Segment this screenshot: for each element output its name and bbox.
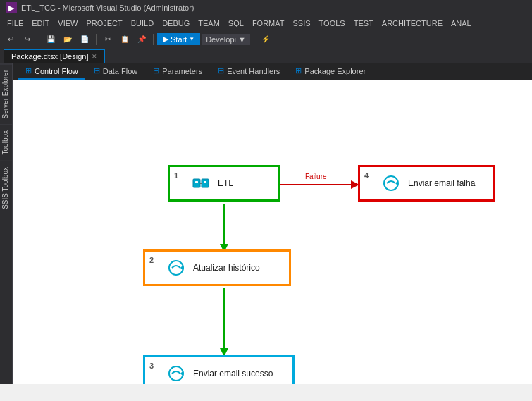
tab-close-button[interactable]: ✕ — [92, 53, 97, 60]
data-flow-label: Data Flow — [103, 67, 138, 75]
failure-label: Failure — [305, 173, 327, 180]
new-button[interactable]: 📄 — [77, 32, 92, 47]
copy-button[interactable]: 📋 — [117, 32, 132, 47]
toolbar-separator-2 — [96, 34, 97, 45]
tab-parameters[interactable]: ⊞ Parameters — [146, 64, 209, 80]
menu-item-sql[interactable]: SQL — [224, 18, 248, 29]
data-flow-icon: ⊞ — [94, 66, 100, 75]
tab-data-flow[interactable]: ⊞ Data Flow — [87, 64, 145, 80]
extra-button[interactable]: ⚡ — [258, 32, 273, 47]
atualizar-task-icon — [166, 258, 186, 278]
node-etl-number: 1 — [174, 171, 178, 180]
open-button[interactable]: 📂 — [60, 32, 75, 47]
package-explorer-label: Package Explorer — [304, 67, 366, 75]
node-atualizar[interactable]: 2 Atualizar histórico — [143, 249, 291, 286]
menu-item-ssis[interactable]: SSIS — [289, 18, 315, 29]
main-container: Server Explorer Toolbox SSIS Toolbox ⊞ C… — [0, 63, 532, 384]
svg-rect-3 — [204, 181, 206, 183]
svg-rect-2 — [195, 181, 198, 183]
menu-item-edit[interactable]: EDIT — [27, 18, 54, 29]
parameters-label: Parameters — [162, 67, 202, 75]
etl-task-icon — [191, 173, 211, 193]
design-canvas[interactable]: Failure 1 ETL 2 — [13, 80, 532, 384]
node-email-falha-label: Enviar email falha — [408, 178, 475, 188]
package-tab-label: Package.dtsx [Design] — [11, 52, 88, 61]
ssis-toolbox-label[interactable]: SSIS Toolbox — [0, 161, 12, 215]
cut-button[interactable]: ✂ — [100, 32, 116, 47]
menu-item-format[interactable]: FORMAT — [248, 18, 289, 29]
start-play-icon: ▶ — [163, 35, 168, 44]
svg-marker-7 — [180, 371, 183, 376]
package-explorer-icon: ⊞ — [295, 66, 302, 75]
menu-bar: FILEEDITVIEWPROJECTBUILDDEBUGTEAMSQLFORM… — [0, 16, 532, 30]
parameters-icon: ⊞ — [153, 66, 159, 75]
node-email-sucesso-number: 3 — [149, 362, 154, 370]
save-button[interactable]: 💾 — [43, 32, 58, 47]
menu-item-build[interactable]: BUILD — [127, 18, 158, 29]
node-atualizar-number: 2 — [149, 256, 154, 264]
side-labels-panel: Server Explorer Toolbox SSIS Toolbox — [0, 63, 13, 384]
develop-label: Developi — [206, 35, 236, 44]
control-flow-label: Control Flow — [35, 67, 78, 75]
menu-item-project[interactable]: PROJECT — [82, 18, 126, 29]
start-label: Start — [171, 35, 187, 44]
menu-item-tools[interactable]: TOOLS — [315, 18, 349, 29]
undo-button[interactable]: ↩ — [3, 32, 18, 47]
vs-icon: ▶ — [6, 2, 17, 13]
toolbar-separator-4 — [254, 34, 254, 45]
menu-item-debug[interactable]: DEBUG — [158, 18, 194, 29]
menu-item-view[interactable]: VIEW — [54, 18, 82, 29]
tab-bar: Package.dtsx [Design] ✕ — [0, 48, 532, 63]
start-button[interactable]: ▶ Start ▼ — [157, 33, 200, 45]
tab-control-flow[interactable]: ⊞ Control Flow — [18, 64, 85, 80]
svg-marker-9 — [395, 181, 397, 185]
node-email-falha-number: 4 — [364, 171, 369, 180]
editor-panel: ⊞ Control Flow ⊞ Data Flow ⊞ Parameters … — [13, 63, 532, 384]
node-etl[interactable]: 1 ETL — [168, 165, 280, 202]
develop-arrow-icon: ▼ — [238, 35, 246, 44]
node-atualizar-label: Atualizar histórico — [193, 263, 260, 273]
email-sucesso-task-icon — [166, 364, 186, 383]
menu-item-team[interactable]: TEAM — [194, 18, 224, 29]
start-arrow-icon: ▼ — [189, 36, 194, 42]
title-text: ETL_TCC - Microsoft Visual Studio (Admin… — [21, 4, 194, 12]
email-falha-task-icon — [381, 173, 401, 193]
svg-marker-5 — [180, 266, 183, 270]
menu-item-test[interactable]: TEST — [349, 18, 378, 29]
menu-item-file[interactable]: FILE — [3, 18, 27, 29]
node-email-sucesso-label: Enviar email sucesso — [193, 369, 273, 378]
toolbox-label[interactable]: Toolbox — [0, 124, 12, 160]
server-explorer-label[interactable]: Server Explorer — [0, 63, 12, 124]
node-email-sucesso[interactable]: 3 Enviar email sucesso — [143, 355, 295, 384]
toolbar: ↩ ↪ 💾 📂 📄 ✂ 📋 📌 ▶ Start ▼ Developi ▼ ⚡ — [0, 30, 532, 48]
node-email-falha[interactable]: 4 Enviar email falha — [358, 165, 495, 202]
toolbar-separator-3 — [153, 34, 154, 45]
package-tab[interactable]: Package.dtsx [Design] ✕ — [4, 49, 105, 63]
control-flow-icon: ⊞ — [25, 66, 32, 75]
menu-item-architecture[interactable]: ARCHITECTURE — [378, 18, 447, 29]
connectors-svg: Failure — [13, 80, 532, 384]
sub-tab-bar: ⊞ Control Flow ⊞ Data Flow ⊞ Parameters … — [13, 63, 532, 80]
tab-event-handlers[interactable]: ⊞ Event Handlers — [211, 64, 287, 80]
toolbar-separator — [39, 34, 39, 45]
paste-button[interactable]: 📌 — [134, 32, 149, 47]
tab-package-explorer[interactable]: ⊞ Package Explorer — [288, 64, 373, 80]
event-handlers-label: Event Handlers — [227, 67, 280, 75]
redo-button[interactable]: ↪ — [20, 32, 35, 47]
node-etl-label: ETL — [218, 178, 233, 188]
develop-dropdown[interactable]: Developi ▼ — [202, 34, 250, 45]
title-bar: ▶ ETL_TCC - Microsoft Visual Studio (Adm… — [0, 0, 532, 16]
event-handlers-icon: ⊞ — [218, 66, 224, 75]
menu-item-anal[interactable]: ANAL — [447, 18, 476, 29]
